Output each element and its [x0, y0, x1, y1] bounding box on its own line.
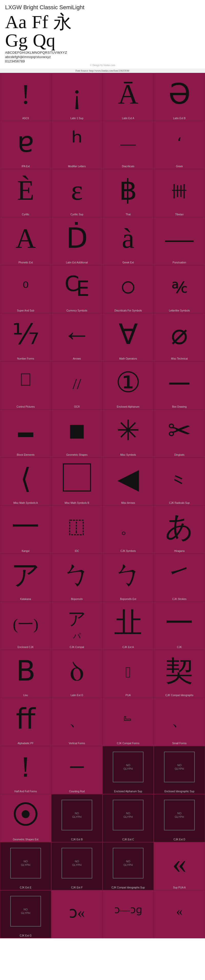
- block-cjkradicalsup: ⺀ CJK Radicals Sup: [154, 458, 205, 506]
- block-alphabeticpf: ﬀ Alphabetic PF: [0, 698, 51, 746]
- glyph-numberforms: ⅐: [12, 320, 40, 348]
- glyph-enclosedcjk: (一): [13, 617, 38, 632]
- block-diacrit: — Diacriticals: [102, 121, 154, 169]
- alphabet-lower: abcdefghijklmnopqrstuvwxyz: [5, 55, 200, 59]
- source-bar: Font Source: http://www.fontke.com/font/…: [0, 68, 205, 73]
- block-enclosedalpha-sup: NOGLYPH Enclosed Alphanum Sup: [102, 746, 154, 794]
- block-boxdrawing: ─ Box Drawing: [154, 361, 205, 409]
- no-glyph-text-4: NOGLYPH: [123, 811, 133, 819]
- glyph-suppua-a: «: [173, 849, 187, 877]
- glyph-geomshapes: ■: [69, 417, 85, 445]
- block-last3: «: [154, 890, 205, 938]
- no-glyph-text-5: NOGLYPH: [175, 811, 184, 819]
- glyph-kangxi: 一: [11, 513, 40, 541]
- header: LXGW Bright Classic SemiLight Aa Ff 永 Gg…: [0, 0, 205, 68]
- no-glyph-text-3: NOGLYPH: [72, 811, 82, 819]
- block-diacritforsym: ○ Diacriticals For Symbols: [102, 265, 154, 313]
- glyph-supersub: ⁰: [22, 280, 29, 295]
- block-ipaext: ɐ IPA Ext: [0, 121, 51, 169]
- no-glyph-box-4: NOGLYPH: [113, 800, 144, 830]
- glyph-alphabeticpf: ﬀ: [16, 705, 35, 733]
- no-glyph-text-7: NOGLYPH: [72, 859, 82, 867]
- glyph-blockelements: ▬: [18, 424, 33, 440]
- block-name-idc: IDC: [51, 550, 102, 552]
- glyph-cjkcompatideographs: 契: [165, 657, 194, 685]
- no-glyph-box-8: NOGLYPH: [113, 848, 144, 878]
- glyph-punctuation: —: [165, 224, 194, 252]
- block-name-cjkradicalsup: CJK Radicals Sup: [154, 501, 205, 504]
- glyph-last2: ɔ—ɔɡ: [114, 905, 142, 915]
- block-cjkstrokes: ㇀ CJK Strokes: [154, 554, 205, 602]
- block-name-dingbats: Dingbats: [154, 453, 205, 456]
- glyph-latinextadd: Ḋ: [66, 224, 88, 252]
- block-arrows: ← Arrows: [51, 313, 102, 361]
- block-lisu: ꓐ Lisu: [0, 650, 51, 698]
- block-name-ipaext: IPA Ext: [0, 165, 51, 168]
- glyph-tibetan: 卌: [172, 184, 187, 199]
- block-name-latin1sup: Latin 1 Sup: [51, 117, 102, 120]
- glyph-cjkstrokes: ㇀: [165, 561, 194, 589]
- glyph-last3: «: [176, 905, 183, 918]
- block-name-cjkextc: CJK Ext C: [103, 838, 154, 841]
- block-misctech: ⌀ Misc Technical: [154, 313, 205, 361]
- block-name-miscmathb: Misc Math Symbols B: [51, 501, 102, 504]
- block-ocr: // OCR: [51, 361, 102, 409]
- block-dingbats: ✂ Dingbats: [154, 409, 205, 458]
- glyph-letterlike: ℀: [172, 280, 187, 295]
- glyph-cjkcompat: ア パ: [68, 607, 86, 641]
- block-latinextb: Ə Latin Ext B: [154, 73, 205, 121]
- block-latinexta: Ā Latin Ext A: [102, 73, 154, 121]
- block-pua:  PUA: [102, 650, 154, 698]
- block-name-hiragana: Hiragana: [154, 550, 205, 552]
- block-name-geomshapes: Geometric Shapes: [51, 453, 102, 456]
- block-name-miscsym: Misc Symbols: [103, 453, 154, 456]
- sample-Qq: Qq: [33, 31, 55, 49]
- block-name-cjk: CJK: [154, 646, 205, 649]
- block-encloseideo-sup: NOGLYPH Enclosed Ideographic Sup: [154, 746, 205, 794]
- glyph-controlpic: ⎕: [21, 371, 30, 387]
- block-name-thai: Thai: [103, 213, 154, 216]
- glyph-hiragana: あ: [165, 513, 194, 541]
- block-name-cjkexta: CJK Ext A: [103, 646, 154, 649]
- glyph-thai: ฿: [119, 176, 137, 204]
- block-cjkcompat: ア パ CJK Compat: [51, 602, 102, 650]
- no-glyph-text-2: NOGLYPH: [175, 764, 184, 771]
- block-enclosedcjk: (一) Enclosed CJK: [0, 602, 51, 650]
- block-name-cjksym: CJK Symbols: [103, 550, 154, 552]
- block-name-halffull: Half And Full Forms: [0, 790, 51, 793]
- block-name-cjkexte: CJK Ext E: [0, 886, 51, 889]
- block-name-enclosedcjk: Enclosed CJK: [0, 646, 51, 649]
- glyph-ocr: //: [72, 376, 81, 391]
- block-name-smallforms: Small Forms: [154, 742, 205, 745]
- block-cjkextd: NOGLYPH CJK Ext D: [154, 794, 205, 842]
- block-cjkextg: NOGLYPH CJK Ext G: [0, 890, 51, 938]
- block-name-misctech: Misc Technical: [154, 357, 205, 360]
- block-suppua-a: « Sup PUA A: [154, 842, 205, 890]
- block-name-numberforms: Number Forms: [0, 357, 51, 360]
- block-name-cjkextd: CJK Ext D: [154, 838, 205, 841]
- glyph-enclosedalpha: ①: [115, 369, 141, 397]
- glyph-bopomofoext: ㄅ: [114, 561, 143, 589]
- block-name-greek: Greek: [154, 165, 205, 168]
- glyph-diacritforsym: ○: [120, 272, 136, 301]
- block-name-enclosedalpha: Enclosed Alphanum: [103, 405, 154, 408]
- block-name-ocr: OCR: [51, 405, 102, 408]
- glyph-pua: : [125, 665, 131, 680]
- no-glyph-text-6: NOGLYPH: [21, 859, 30, 867]
- block-name-miscmatha: Misc Math Symbols A: [0, 501, 51, 504]
- block-verticalforms: 、 Vertical Forms: [51, 698, 102, 746]
- block-cjkextf: NOGLYPH CJK Ext F: [51, 842, 102, 890]
- glyph-dingbats: ✂: [168, 417, 191, 445]
- block-name-katakana: Katakana: [0, 598, 51, 600]
- font-title: LXGW Bright Classic SemiLight: [5, 4, 200, 11]
- block-name-currency: Currency Symbols: [51, 309, 102, 312]
- block-name-lisu: Lisu: [0, 694, 51, 697]
- block-name-cjkextb: CJK Ext B: [51, 838, 102, 841]
- block-hiragana: あ Hiragana: [154, 506, 205, 554]
- no-glyph-box-5: NOGLYPH: [164, 800, 195, 830]
- block-smallforms: 、 Small Forms: [154, 698, 205, 746]
- glyph-misctech: ⌀: [171, 320, 188, 348]
- glyph-latinexta: Ā: [118, 80, 138, 108]
- block-name-enclosedalpha-sup: Enclosed Alphanum Sup: [103, 790, 154, 793]
- block-name-controlpic: Control Pictures: [0, 405, 51, 408]
